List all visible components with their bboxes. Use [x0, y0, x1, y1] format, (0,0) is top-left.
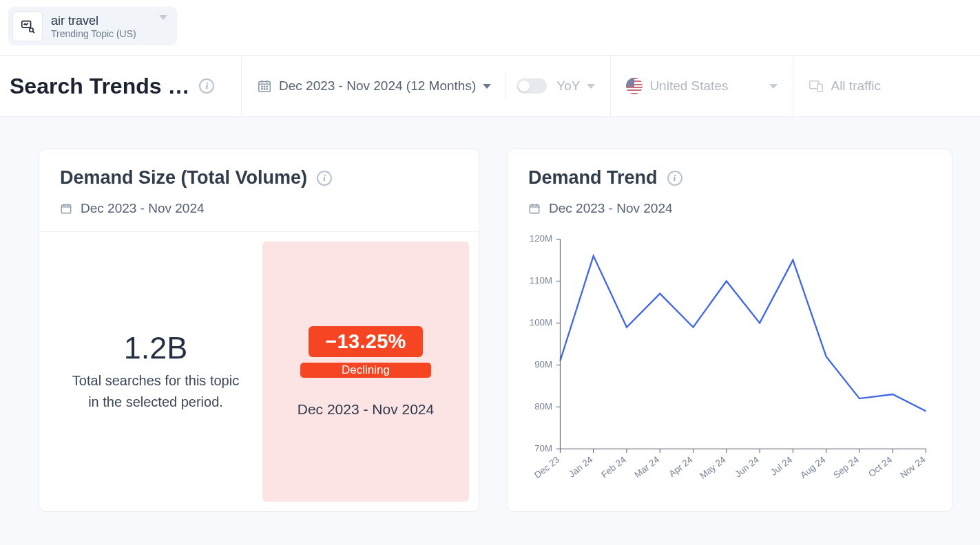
svg-point-4	[264, 86, 264, 87]
us-flag-icon	[626, 78, 643, 94]
svg-text:Mar 24: Mar 24	[632, 454, 661, 480]
calendar-icon	[257, 78, 272, 94]
svg-point-8	[267, 89, 267, 89]
svg-text:Apr 24: Apr 24	[667, 454, 694, 480]
svg-text:Jul 24: Jul 24	[769, 454, 795, 478]
pct-change-badge: −13.25%	[309, 326, 422, 357]
info-icon[interactable]: i	[199, 78, 214, 94]
svg-point-5	[267, 86, 267, 87]
svg-point-1	[30, 28, 34, 32]
svg-text:Aug 24: Aug 24	[798, 454, 828, 480]
desc-line: in the selected period.	[88, 394, 223, 409]
yoy-toggle[interactable]	[517, 78, 547, 94]
top-bar: air travel Trending Topic (US)	[0, 0, 980, 55]
card-header: Demand Trend i Dec 2023 - Nov 2024	[508, 149, 952, 231]
demand-size-card: Demand Size (Total Volume) i Dec 2023 - …	[39, 149, 479, 512]
chevron-down-icon	[769, 84, 778, 89]
traffic-filter-label: All traffic	[831, 78, 881, 94]
yoy-label: YoY	[556, 78, 580, 94]
status-badge: Declining	[300, 363, 431, 378]
info-icon[interactable]: i	[667, 171, 682, 186]
card-title: Demand Size (Total Volume) i	[60, 167, 458, 189]
filter-bar: Search Trends … i Dec 2023 - Nov 2024 (1…	[0, 55, 980, 117]
total-volume-value: 1.2B	[124, 330, 188, 366]
chevron-down-icon	[159, 20, 167, 32]
trend-range-text: Dec 2023 - Nov 2024	[298, 401, 434, 418]
svg-rect-12	[530, 205, 539, 213]
country-filter[interactable]: United States	[611, 56, 793, 116]
desc-line: Total searches for this topic	[72, 373, 239, 388]
country-filter-label: United States	[649, 78, 728, 94]
topic-selector[interactable]: air travel Trending Topic (US)	[8, 7, 177, 45]
chevron-down-icon	[483, 84, 491, 89]
calendar-icon	[60, 202, 72, 215]
card-title: Demand Trend i	[528, 167, 931, 189]
svg-rect-11	[61, 205, 71, 213]
card-range: Dec 2023 - Nov 2024	[81, 201, 205, 216]
content: Demand Size (Total Volume) i Dec 2023 - …	[0, 117, 980, 526]
svg-text:May 24: May 24	[698, 454, 728, 481]
topic-text: air travel Trending Topic (US)	[51, 14, 136, 39]
demand-trend-chart: 70M80M90M100M110M120MDec 23Jan 24Feb 24M…	[508, 231, 952, 511]
devices-icon	[809, 78, 824, 94]
svg-text:Feb 24: Feb 24	[599, 454, 628, 480]
svg-text:Oct 24: Oct 24	[866, 454, 894, 480]
demand-trend-badge-box: −13.25% Declining Dec 2023 - Nov 2024	[262, 242, 469, 502]
svg-point-3	[262, 86, 262, 87]
svg-text:90M: 90M	[534, 359, 552, 370]
date-filter-label: Dec 2023 - Nov 2024 (12 Months)	[279, 78, 476, 94]
card-range: Dec 2023 - Nov 2024	[549, 201, 673, 216]
card-header: Demand Size (Total Volume) i Dec 2023 - …	[39, 149, 479, 232]
svg-text:Dec 23: Dec 23	[532, 454, 561, 480]
demand-size-stats: 1.2B Total searches for this topic in th…	[49, 242, 262, 502]
svg-text:Jun 24: Jun 24	[733, 454, 761, 480]
divider	[505, 73, 505, 99]
topic-subtitle: Trending Topic (US)	[51, 28, 136, 39]
card-title-text: Demand Trend	[528, 167, 658, 189]
page-title: Search Trends …	[10, 74, 189, 99]
svg-rect-10	[817, 84, 822, 92]
svg-text:100M: 100M	[530, 317, 552, 328]
chevron-down-icon	[587, 84, 595, 89]
card-subtitle: Dec 2023 - Nov 2024	[528, 201, 931, 216]
topic-icon-box	[12, 11, 43, 41]
svg-text:120M: 120M	[530, 233, 552, 244]
filters: Dec 2023 - Nov 2024 (12 Months) YoY Unit…	[241, 56, 896, 116]
topic-title: air travel	[51, 14, 136, 28]
calendar-icon	[528, 202, 541, 215]
info-icon[interactable]: i	[317, 171, 332, 186]
date-filter[interactable]: Dec 2023 - Nov 2024 (12 Months) YoY	[242, 56, 611, 116]
svg-point-6	[262, 89, 262, 89]
svg-text:Nov 24: Nov 24	[898, 454, 928, 480]
svg-text:80M: 80M	[534, 401, 552, 412]
svg-text:70M: 70M	[534, 443, 552, 453]
svg-point-7	[264, 89, 264, 89]
line-chart-svg: 70M80M90M100M110M120MDec 23Jan 24Feb 24M…	[514, 231, 932, 495]
svg-text:110M: 110M	[530, 275, 552, 286]
svg-text:Jan 24: Jan 24	[567, 454, 595, 480]
page-title-wrap: Search Trends … i	[0, 74, 241, 99]
traffic-filter[interactable]: All traffic	[793, 56, 896, 116]
total-volume-desc: Total searches for this topic in the sel…	[72, 370, 239, 413]
demand-size-body: 1.2B Total searches for this topic in th…	[39, 232, 479, 511]
svg-text:Sep 24: Sep 24	[831, 454, 861, 480]
card-subtitle: Dec 2023 - Nov 2024	[60, 201, 458, 216]
card-title-text: Demand Size (Total Volume)	[60, 167, 307, 189]
analysis-icon	[20, 19, 35, 34]
demand-trend-card: Demand Trend i Dec 2023 - Nov 2024 70M80…	[507, 149, 952, 512]
